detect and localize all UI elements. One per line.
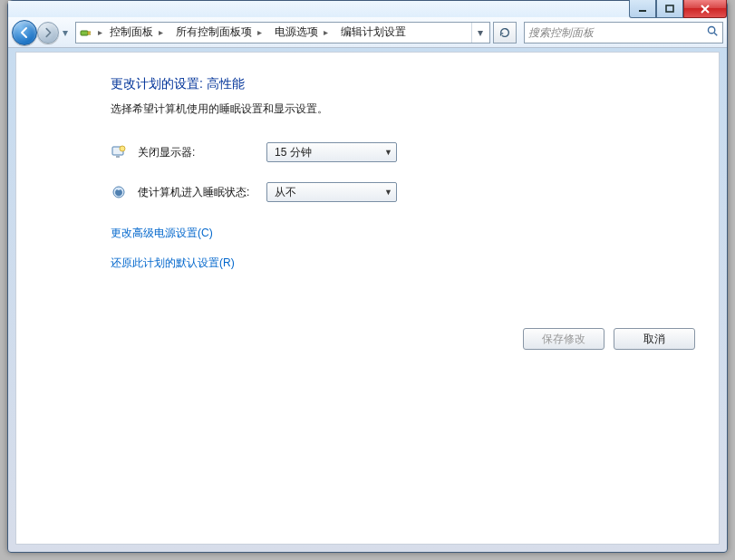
breadcrumb: ▸ 控制面板▸ 所有控制面板项▸ 电源选项▸ 编辑计划设置: [96, 22, 471, 43]
sleep-select[interactable]: 从不 ▼: [266, 182, 397, 202]
address-bar[interactable]: ▸ 控制面板▸ 所有控制面板项▸ 电源选项▸ 编辑计划设置 ▾: [75, 22, 490, 43]
monitor-icon: [111, 144, 127, 160]
crumb-control-panel[interactable]: 控制面板▸: [102, 22, 169, 43]
cancel-button[interactable]: 取消: [614, 328, 695, 350]
arrow-right-icon: [43, 27, 53, 38]
arrow-left-icon: [18, 26, 31, 39]
svg-rect-1: [666, 5, 673, 12]
navbar: ▾ ▸ 控制面板▸ 所有控制面板项▸ 电源选项▸ 编辑计划设置 ▾: [8, 17, 727, 48]
svg-rect-2: [81, 31, 88, 35]
display-off-label: 关闭显示器:: [138, 145, 256, 160]
restore-defaults-link[interactable]: 还原此计划的默认设置(R): [111, 256, 719, 271]
search-icon[interactable]: [706, 24, 719, 40]
chevron-right-icon: ▸: [324, 27, 328, 37]
sleep-value: 从不: [275, 185, 296, 200]
display-off-value: 15 分钟: [275, 145, 312, 160]
display-off-select[interactable]: 15 分钟 ▼: [266, 142, 397, 162]
minimize-button[interactable]: [629, 0, 656, 18]
save-button[interactable]: 保存修改: [523, 328, 604, 350]
page-title: 更改计划的设置: 高性能: [111, 76, 719, 92]
svg-rect-5: [116, 156, 120, 158]
link-group: 更改高级电源设置(C) 还原此计划的默认设置(R): [111, 226, 719, 271]
titlebar: [8, 1, 727, 17]
forward-button[interactable]: [37, 22, 59, 43]
setting-row-sleep: 使计算机进入睡眠状态: 从不 ▼: [111, 182, 719, 202]
sleep-label: 使计算机进入睡眠状态:: [138, 185, 256, 200]
close-icon: [699, 5, 711, 14]
maximize-icon: [664, 5, 675, 14]
button-row: 保存修改 取消: [523, 328, 695, 350]
crumb-all-items[interactable]: 所有控制面板项▸: [169, 22, 267, 43]
power-plan-icon: [78, 24, 94, 41]
search-box[interactable]: [524, 22, 723, 43]
address-dropdown[interactable]: ▾: [471, 23, 488, 43]
sleep-icon: [111, 184, 127, 200]
refresh-button[interactable]: [493, 22, 517, 43]
crumb-power-options[interactable]: 电源选项▸: [267, 22, 334, 43]
advanced-settings-link[interactable]: 更改高级电源设置(C): [111, 226, 719, 241]
content-pane: 更改计划的设置: 高性能 选择希望计算机使用的睡眠设置和显示设置。 关闭显示器:…: [15, 52, 720, 545]
svg-point-6: [120, 146, 125, 151]
window-controls: [629, 0, 727, 18]
chevron-down-icon: ▼: [384, 148, 392, 157]
chevron-down-icon: ▼: [384, 188, 392, 197]
maximize-button[interactable]: [656, 0, 683, 18]
back-button[interactable]: [12, 20, 37, 45]
crumb-edit-plan[interactable]: 编辑计划设置: [334, 22, 411, 43]
setting-row-display: 关闭显示器: 15 分钟 ▼: [111, 142, 719, 162]
search-input[interactable]: [528, 26, 702, 39]
chevron-right-icon: ▸: [257, 27, 262, 37]
minimize-icon: [637, 5, 648, 14]
svg-rect-0: [639, 10, 646, 12]
window-frame: ▾ ▸ 控制面板▸ 所有控制面板项▸ 电源选项▸ 编辑计划设置 ▾: [7, 0, 728, 553]
page-subtitle: 选择希望计算机使用的睡眠设置和显示设置。: [111, 101, 719, 117]
chevron-right-icon: ▸: [159, 27, 163, 37]
svg-point-3: [708, 26, 714, 33]
nav-buttons: ▾: [12, 20, 72, 45]
close-button[interactable]: [683, 0, 727, 18]
refresh-icon: [498, 26, 511, 39]
nav-history-dropdown[interactable]: ▾: [59, 24, 72, 42]
